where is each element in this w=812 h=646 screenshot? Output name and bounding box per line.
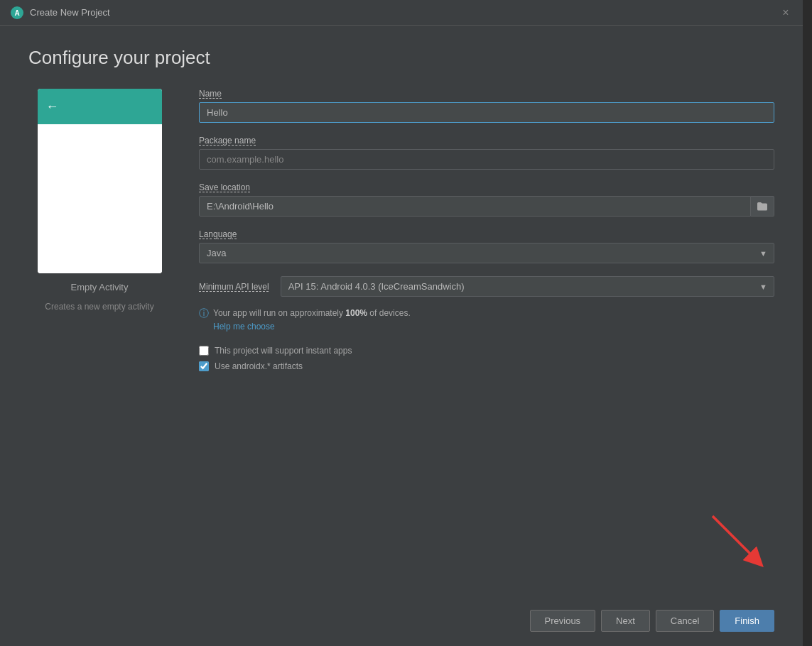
- app-icon: A: [10, 6, 24, 20]
- save-location-row: [199, 196, 774, 217]
- api-select-wrapper: API 15: Android 4.0.3 (IceCreamSandwich)…: [281, 276, 774, 297]
- preview-toolbar: ←: [38, 89, 162, 124]
- page-title: Configure your project: [28, 47, 774, 69]
- save-location-label: Save location: [199, 182, 774, 192]
- info-text: Your app will run on approximately 100% …: [213, 307, 411, 319]
- phone-preview: ←: [38, 89, 162, 273]
- svg-text:A: A: [14, 9, 19, 17]
- language-select-wrapper: Java Kotlin ▼: [199, 243, 774, 263]
- checkbox-group: This project will support instant apps U…: [199, 346, 774, 371]
- instant-apps-checkbox[interactable]: [199, 346, 209, 356]
- package-name-input[interactable]: [199, 149, 774, 170]
- language-select[interactable]: Java Kotlin: [199, 243, 774, 263]
- activity-name-label: Empty Activity: [71, 282, 129, 292]
- info-text-suffix: of devices.: [367, 308, 411, 318]
- name-input[interactable]: [199, 102, 774, 123]
- previous-button[interactable]: Previous: [530, 610, 596, 632]
- min-api-label: Minimum API level: [199, 282, 269, 292]
- right-panel: Name Package name Save location: [199, 89, 774, 598]
- dialog-content: Configure your project ← Empty Activity …: [0, 26, 803, 598]
- cancel-button[interactable]: Cancel: [656, 610, 714, 632]
- min-api-select[interactable]: API 15: Android 4.0.3 (IceCreamSandwich)…: [281, 276, 774, 297]
- browse-folder-button[interactable]: [751, 196, 774, 217]
- package-name-group: Package name: [199, 136, 774, 170]
- language-label: Language: [199, 229, 774, 239]
- name-label: Name: [199, 89, 774, 99]
- save-location-input[interactable]: [199, 196, 751, 217]
- folder-icon: [757, 201, 768, 212]
- info-row: ⓘ Your app will run on approximately 100…: [199, 307, 774, 320]
- device-info-section: ⓘ Your app will run on approximately 100…: [199, 310, 774, 332]
- androidx-label: Use androidx.* artifacts: [215, 361, 303, 371]
- save-location-group: Save location: [199, 182, 774, 217]
- close-button[interactable]: ×: [779, 6, 793, 20]
- androidx-row: Use androidx.* artifacts: [199, 361, 774, 371]
- instant-apps-row: This project will support instant apps: [199, 346, 774, 356]
- info-icon: ⓘ: [199, 307, 209, 320]
- next-button[interactable]: Next: [601, 610, 650, 632]
- package-name-label: Package name: [199, 136, 774, 146]
- info-text-prefix: Your app will run on approximately: [213, 308, 345, 318]
- back-arrow-icon: ←: [46, 99, 59, 114]
- dialog-footer: Previous Next Cancel Finish: [0, 598, 803, 646]
- name-group: Name: [199, 89, 774, 123]
- left-panel: ← Empty Activity Creates a new empty act…: [28, 89, 170, 598]
- activity-description: Creates a new empty activity: [45, 301, 153, 313]
- main-area: ← Empty Activity Creates a new empty act…: [28, 89, 774, 598]
- info-bold-percent: 100%: [345, 308, 367, 318]
- instant-apps-label: This project will support instant apps: [215, 346, 352, 356]
- preview-body: [38, 124, 162, 273]
- api-level-row: Minimum API level API 15: Android 4.0.3 …: [199, 276, 774, 297]
- finish-button[interactable]: Finish: [720, 610, 774, 632]
- title-bar: A Create New Project ×: [0, 0, 803, 26]
- help-me-choose-link[interactable]: Help me choose: [213, 322, 774, 332]
- window-title: Create New Project: [30, 7, 110, 18]
- androidx-checkbox[interactable]: [199, 361, 209, 371]
- title-bar-left: A Create New Project: [10, 6, 110, 20]
- language-group: Language Java Kotlin ▼: [199, 229, 774, 263]
